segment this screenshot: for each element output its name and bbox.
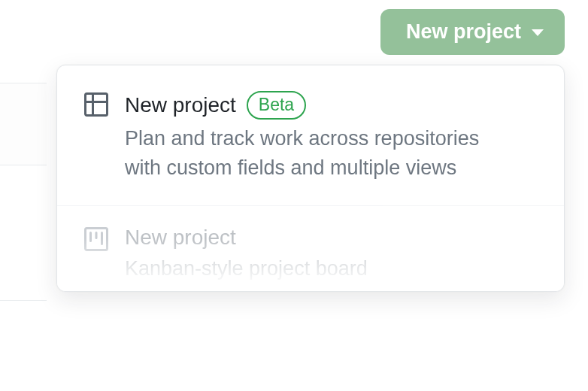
background-panel-stub: [0, 83, 47, 165]
project-board-icon: [84, 227, 108, 251]
menu-item-description: Plan and track work across repositories …: [125, 124, 486, 183]
menu-item-title-row: New project Beta: [125, 91, 537, 120]
table-icon: [84, 92, 108, 117]
menu-item-description: Kanban-style project board: [125, 254, 486, 283]
new-project-button-label: New project: [406, 20, 521, 44]
menu-item-title-row: New project: [125, 226, 537, 250]
new-project-dropdown: New project Beta Plan and track work acr…: [56, 65, 565, 292]
background-panel-stub: [0, 165, 47, 301]
beta-badge: Beta: [247, 91, 306, 120]
menu-item-new-project-beta[interactable]: New project Beta Plan and track work acr…: [57, 65, 564, 205]
menu-item-body: New project Beta Plan and track work acr…: [125, 91, 537, 183]
new-project-button[interactable]: New project: [380, 9, 565, 55]
menu-item-title: New project: [125, 93, 236, 117]
caret-down-icon: [532, 29, 544, 36]
menu-item-title: New project: [125, 226, 236, 250]
menu-item-body: New project Kanban-style project board: [125, 226, 537, 283]
menu-item-new-project-classic[interactable]: New project Kanban-style project board: [57, 205, 564, 291]
